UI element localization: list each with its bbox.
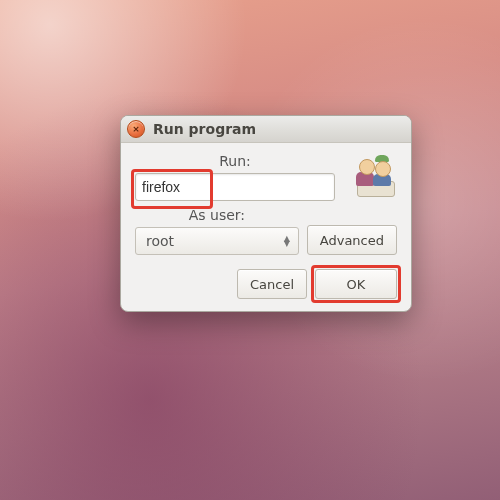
close-glyph: × bbox=[132, 125, 140, 134]
user-row: As user: root ▲▼ Advanced bbox=[135, 207, 397, 255]
close-icon[interactable]: × bbox=[127, 120, 145, 138]
run-program-dialog: × Run program Run: bbox=[120, 115, 412, 312]
run-row: Run: bbox=[135, 153, 397, 201]
chevron-updown-icon: ▲▼ bbox=[284, 236, 290, 246]
titlebar[interactable]: × Run program bbox=[121, 116, 411, 143]
run-label: Run: bbox=[135, 153, 335, 169]
run-input[interactable] bbox=[135, 173, 335, 201]
advanced-button[interactable]: Advanced bbox=[307, 225, 397, 255]
ok-button[interactable]: OK bbox=[315, 269, 397, 299]
user-select[interactable]: root ▲▼ bbox=[135, 227, 299, 255]
actions-row: Cancel OK bbox=[135, 269, 397, 299]
users-admin-icon bbox=[353, 157, 397, 197]
user-label: As user: bbox=[135, 207, 299, 223]
ok-label: OK bbox=[347, 277, 366, 292]
dialog-content: Run: As user: bbox=[121, 143, 411, 311]
advanced-label: Advanced bbox=[320, 233, 384, 248]
window-title: Run program bbox=[153, 121, 256, 137]
cancel-label: Cancel bbox=[250, 277, 294, 292]
user-selected-value: root bbox=[146, 233, 174, 249]
cancel-button[interactable]: Cancel bbox=[237, 269, 307, 299]
desktop-background: × Run program Run: bbox=[0, 0, 500, 500]
